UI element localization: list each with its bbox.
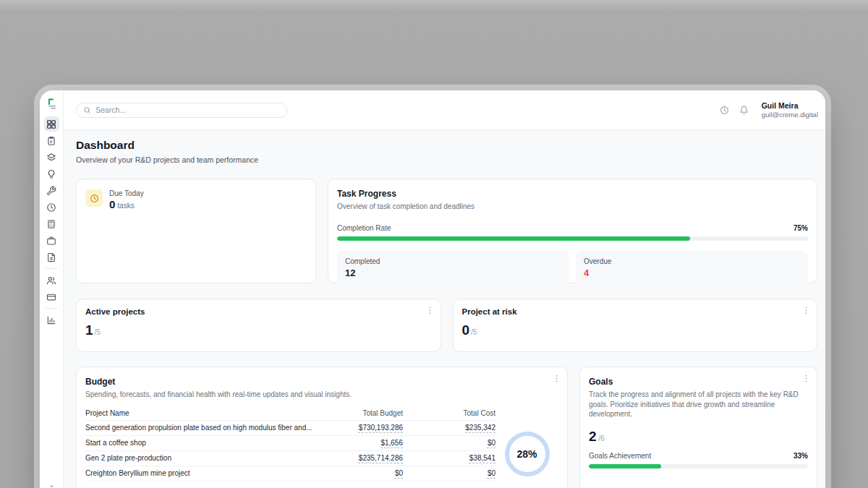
sidebar-item-tools[interactable] [44,183,59,198]
sidebar-item-calculator[interactable] [44,216,59,231]
budget-menu-button[interactable] [552,374,561,383]
wrench-icon [46,186,56,196]
column-total-budget: Total Budget [312,409,403,417]
user-email: guil@creme.digital [762,111,818,119]
budget-subtitle: Spending, forecasts, and financial healt… [85,390,558,400]
task-progress-title: Task Progress [337,189,808,199]
team-icon [46,275,56,286]
overdue-label: Overdue [584,257,800,265]
budget-table-row: Creighton Beryllium mine project $0 $0 [85,466,495,481]
sidebar-item-analytics[interactable] [44,312,59,328]
app-window: V1.0 [40,90,825,488]
completion-progress-bar [337,236,808,241]
main-area: Guil Meira guil@creme.digital Dashboard … [64,90,825,488]
bell-icon [739,106,749,115]
project-at-risk-card: Project at risk 0 /5 [453,299,818,352]
completed-value: 12 [345,267,561,278]
more-projects-link[interactable]: +1 more projects [85,481,495,488]
clock-icon [46,202,56,213]
page-title: Dashboard [76,139,817,152]
total-budget-cell[interactable]: $730,193.286 [359,424,403,432]
kebab-menu-icon [552,374,561,383]
column-total-cost: Total Cost [403,409,495,417]
notifications-button[interactable] [739,106,749,115]
project-name-cell: Second generation propulsion plate based… [85,424,312,432]
budget-table-row: Start a coffee shop $1,656 $0 [85,436,495,451]
top-bar: Guil Meira guil@creme.digital [64,90,825,130]
budget-donut-wrap: 28% [495,407,558,488]
sidebar-footer: V1.0 [40,485,63,488]
budget-donut-chart: 28% [505,432,550,476]
user-name: Guil Meira [762,101,818,111]
goals-total: /6 [599,435,605,442]
sidebar-footer-dot [51,485,53,487]
goals-value: 2 [589,429,597,445]
goals-title: Goals [589,377,808,387]
clock-icon [720,106,729,115]
sidebar-item-tasks[interactable] [44,133,59,148]
sidebar-item-team[interactable] [44,273,59,288]
due-today-value: 0 [109,198,115,210]
search-input[interactable] [95,106,280,114]
completion-rate-value: 75% [793,224,808,232]
total-cost-cell[interactable]: $38,541 [469,454,495,462]
sidebar-divider [46,268,58,269]
goals-progress-bar [589,464,808,468]
overdue-stat-tile: Overdue 4 [576,251,808,286]
kebab-menu-icon [801,306,811,315]
active-projects-value: 1 [85,322,93,338]
total-cost-cell[interactable]: $0 [488,469,495,477]
document-icon [46,252,56,262]
sidebar-item-documents[interactable] [44,249,59,265]
total-cost-cell[interactable]: $0 [488,439,495,447]
budget-table-row: Gen 2 plate pre-production $235,714.286 … [85,451,495,466]
history-clock-button[interactable] [720,106,729,115]
total-budget-cell[interactable]: $235,714.286 [359,454,403,462]
row-summary: Due Today 0tasks Task Progress Overview … [76,179,817,283]
search-icon [83,106,91,114]
completed-stat-tile: Completed 12 [337,251,569,286]
search-box[interactable] [76,103,287,118]
sidebar-item-ideas[interactable] [44,166,59,181]
briefcase-icon [46,236,56,246]
task-progress-subtitle: Overview of task completion and deadline… [337,202,808,212]
sidebar-item-dashboard[interactable] [44,116,59,132]
due-today-unit: tasks [117,202,134,210]
kebab-menu-icon [425,306,435,315]
due-today-label: Due Today [109,189,144,197]
goals-card: Goals Track the progress and alignment o… [579,367,817,488]
overdue-value: 4 [584,267,800,278]
user-menu[interactable]: Guil Meira guil@creme.digital [762,101,818,119]
budget-table: Project Name Total Budget Total Cost Sec… [85,407,495,488]
column-project-name: Project Name [85,409,312,417]
total-budget-cell[interactable]: $0 [395,469,403,477]
task-progress-card: Task Progress Overview of task completio… [328,179,817,283]
total-budget-cell[interactable]: $1,656 [380,439,403,447]
creme-logo-icon [45,97,59,111]
sidebar-item-time[interactable] [44,200,59,215]
goals-menu-button[interactable] [801,374,811,383]
goals-achievement-value: 33% [793,452,808,460]
sidebar-item-portfolio[interactable] [44,233,59,248]
budget-table-row: Second generation propulsion plate based… [85,421,495,436]
active-projects-total: /5 [95,328,101,336]
project-at-risk-title: Project at risk [462,307,809,316]
project-at-risk-total: /5 [471,328,477,336]
budget-card: Budget Spending, forecasts, and financia… [76,367,568,488]
sidebar-item-projects[interactable] [44,150,59,165]
budget-donut-value: 28% [516,448,537,460]
dashboard-grid-icon [46,119,56,129]
project-name-cell: Creighton Beryllium mine project [85,469,312,477]
clock-icon [90,194,99,203]
project-at-risk-menu-button[interactable] [801,306,811,315]
billing-card-icon [46,292,56,302]
total-cost-cell[interactable]: $235,342 [465,424,495,432]
active-projects-menu-button[interactable] [425,306,435,315]
kebab-menu-icon [801,374,811,383]
project-name-cell: Gen 2 plate pre-production [85,454,312,462]
goals-achievement-label: Goals Achievement [589,452,651,460]
sidebar-item-billing[interactable] [44,289,59,304]
layers-icon [46,153,56,163]
dashboard-content: Dashboard Overview of your R&D projects … [64,130,825,488]
lightbulb-icon [46,169,56,179]
